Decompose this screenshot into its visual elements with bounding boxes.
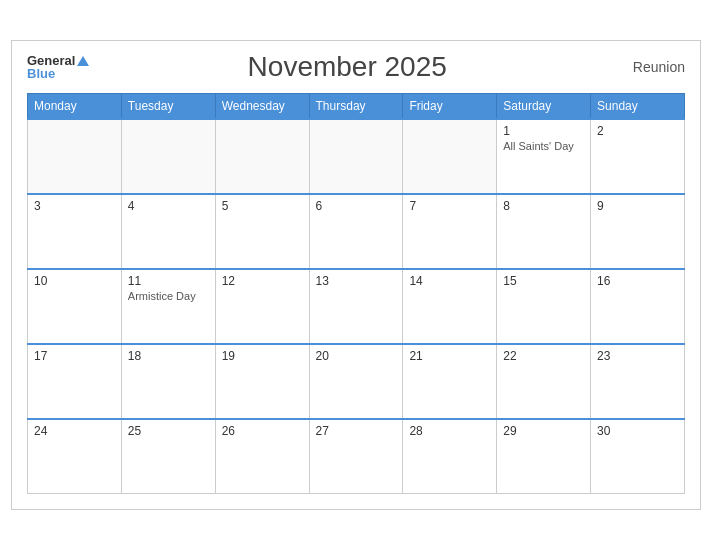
week-row-1: 3456789 [28, 194, 685, 269]
day-cell: 17 [28, 344, 122, 419]
day-cell: 16 [591, 269, 685, 344]
day-cell: 8 [497, 194, 591, 269]
day-number: 28 [409, 424, 490, 438]
day-number: 16 [597, 274, 678, 288]
day-cell: 23 [591, 344, 685, 419]
day-number: 29 [503, 424, 584, 438]
day-event: Armistice Day [128, 290, 209, 302]
day-number: 8 [503, 199, 584, 213]
day-number: 18 [128, 349, 209, 363]
day-cell [403, 119, 497, 194]
day-cell: 12 [215, 269, 309, 344]
weekday-header-tuesday: Tuesday [121, 93, 215, 119]
day-number: 15 [503, 274, 584, 288]
day-number: 13 [316, 274, 397, 288]
day-number: 30 [597, 424, 678, 438]
day-cell: 20 [309, 344, 403, 419]
day-number: 3 [34, 199, 115, 213]
day-cell: 24 [28, 419, 122, 494]
day-number: 20 [316, 349, 397, 363]
day-cell: 10 [28, 269, 122, 344]
day-number: 6 [316, 199, 397, 213]
day-cell: 19 [215, 344, 309, 419]
day-number: 26 [222, 424, 303, 438]
day-number: 9 [597, 199, 678, 213]
week-row-2: 1011Armistice Day1213141516 [28, 269, 685, 344]
day-cell: 21 [403, 344, 497, 419]
day-cell [28, 119, 122, 194]
day-cell: 18 [121, 344, 215, 419]
day-cell: 13 [309, 269, 403, 344]
calendar-header: General Blue November 2025 Reunion [27, 51, 685, 83]
day-cell: 28 [403, 419, 497, 494]
day-number: 12 [222, 274, 303, 288]
calendar-grid: MondayTuesdayWednesdayThursdayFridaySatu… [27, 93, 685, 495]
week-row-4: 24252627282930 [28, 419, 685, 494]
day-number: 5 [222, 199, 303, 213]
day-number: 10 [34, 274, 115, 288]
day-cell [309, 119, 403, 194]
logo-general-text: General [27, 54, 89, 67]
logo-blue-text: Blue [27, 67, 89, 80]
logo-triangle-icon [77, 56, 89, 66]
day-cell: 15 [497, 269, 591, 344]
day-number: 22 [503, 349, 584, 363]
day-number: 24 [34, 424, 115, 438]
calendar-title: November 2025 [89, 51, 605, 83]
weekday-header-monday: Monday [28, 93, 122, 119]
day-number: 19 [222, 349, 303, 363]
weekday-header-wednesday: Wednesday [215, 93, 309, 119]
weekday-header-row: MondayTuesdayWednesdayThursdayFridaySatu… [28, 93, 685, 119]
day-cell: 25 [121, 419, 215, 494]
day-cell [121, 119, 215, 194]
day-cell: 14 [403, 269, 497, 344]
day-event: All Saints' Day [503, 140, 584, 152]
weekday-header-sunday: Sunday [591, 93, 685, 119]
day-number: 1 [503, 124, 584, 138]
day-cell: 22 [497, 344, 591, 419]
day-number: 23 [597, 349, 678, 363]
day-number: 25 [128, 424, 209, 438]
day-cell [215, 119, 309, 194]
day-cell: 1All Saints' Day [497, 119, 591, 194]
day-number: 11 [128, 274, 209, 288]
week-row-3: 17181920212223 [28, 344, 685, 419]
day-cell: 4 [121, 194, 215, 269]
day-cell: 2 [591, 119, 685, 194]
day-number: 21 [409, 349, 490, 363]
day-cell: 7 [403, 194, 497, 269]
weekday-header-thursday: Thursday [309, 93, 403, 119]
calendar-region: Reunion [605, 59, 685, 75]
day-cell: 9 [591, 194, 685, 269]
day-cell: 29 [497, 419, 591, 494]
day-number: 7 [409, 199, 490, 213]
day-cell: 26 [215, 419, 309, 494]
calendar-container: General Blue November 2025 Reunion Monda… [11, 40, 701, 511]
day-number: 27 [316, 424, 397, 438]
day-number: 17 [34, 349, 115, 363]
day-cell: 5 [215, 194, 309, 269]
logo: General Blue [27, 54, 89, 80]
day-cell: 11Armistice Day [121, 269, 215, 344]
day-cell: 30 [591, 419, 685, 494]
weekday-header-friday: Friday [403, 93, 497, 119]
week-row-0: 1All Saints' Day2 [28, 119, 685, 194]
day-number: 14 [409, 274, 490, 288]
day-number: 2 [597, 124, 678, 138]
day-cell: 6 [309, 194, 403, 269]
weekday-header-saturday: Saturday [497, 93, 591, 119]
day-cell: 3 [28, 194, 122, 269]
day-cell: 27 [309, 419, 403, 494]
day-number: 4 [128, 199, 209, 213]
